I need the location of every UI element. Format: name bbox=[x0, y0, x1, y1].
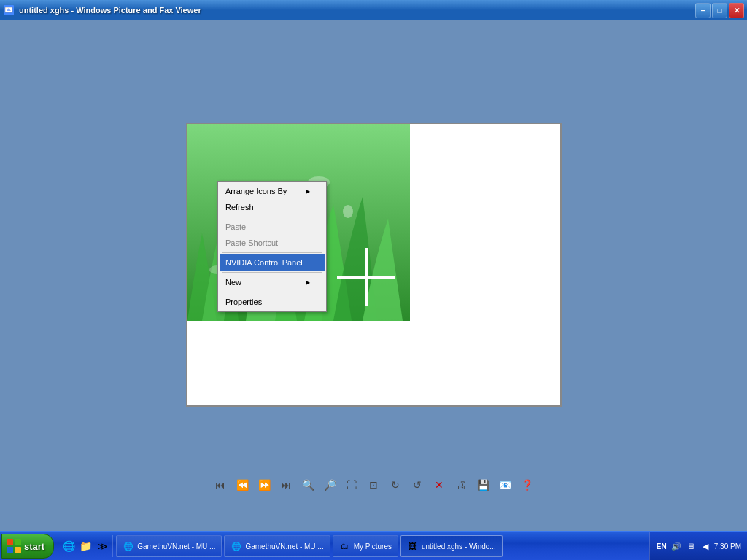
submenu-arrow-new: ▶ bbox=[306, 279, 310, 286]
ql-icon-3[interactable]: ≫ bbox=[95, 539, 109, 553]
menu-separator-4 bbox=[222, 292, 322, 292]
menu-separator-3 bbox=[222, 272, 322, 273]
submenu-arrow: ▶ bbox=[306, 188, 310, 195]
toolbar-zoomout-btn[interactable]: 🔎 bbox=[320, 475, 339, 494]
minimize-button[interactable]: – bbox=[695, 3, 711, 18]
maximize-button[interactable]: □ bbox=[712, 3, 727, 18]
menu-item-refresh[interactable]: Refresh bbox=[220, 199, 325, 215]
windows-flag-icon bbox=[7, 539, 21, 553]
quick-launch: 🌐 📁 ≫ bbox=[58, 535, 113, 557]
taskbar-item-gamethu1[interactable]: 🌐 GamethuVN.net - MU ... bbox=[116, 535, 222, 557]
toolbar-save-btn[interactable]: 💾 bbox=[473, 475, 492, 494]
menu-separator-2 bbox=[222, 252, 322, 253]
system-tray: EN 🔊 🖥 ◀ 7:30 PM bbox=[649, 532, 747, 560]
title-bar: untitled xghs - Windows Picture and Fax … bbox=[0, 0, 747, 20]
taskbar-items: 🌐 GamethuVN.net - MU ... 🌐 GamethuVN.net… bbox=[113, 535, 649, 557]
toolbar-next-btn[interactable]: ⏩ bbox=[255, 475, 274, 494]
viewer-toolbar: ⏮ ⏪ ⏩ ⏭ 🔍 🔎 ⛶ ⊡ ↻ ↺ ✕ 🖨 💾 📧 ❓ bbox=[0, 475, 747, 494]
app-icon bbox=[3, 4, 15, 16]
close-button[interactable]: ✕ bbox=[729, 3, 744, 18]
taskbar-item-gamethu2[interactable]: 🌐 GamethuVN.net - MU ... bbox=[224, 535, 330, 557]
toolbar-email-btn[interactable]: 📧 bbox=[495, 475, 514, 494]
tray-network-icon[interactable]: 🖥 bbox=[685, 540, 697, 552]
toolbar-end-btn[interactable]: ⏭ bbox=[276, 475, 295, 494]
menu-item-new[interactable]: New ▶ bbox=[220, 274, 325, 290]
taskbar: start 🌐 📁 ≫ 🌐 GamethuVN.net - MU ... 🌐 G… bbox=[0, 531, 747, 560]
toolbar-actual-btn[interactable]: ⊡ bbox=[364, 475, 383, 494]
window-title: untitled xghs - Windows Picture and Fax … bbox=[19, 6, 201, 15]
toolbar-rotatecw-btn[interactable]: ↻ bbox=[386, 475, 405, 494]
toolbar-prev-btn[interactable]: ⏪ bbox=[233, 475, 252, 494]
taskbar-item-label-3: My Pictures bbox=[354, 542, 392, 551]
taskbar-item-label-1: GamethuVN.net - MU ... bbox=[137, 542, 215, 551]
desktop: Arrange Icons By ▶ Refresh Paste Paste S… bbox=[0, 20, 747, 531]
taskbar-item-mypictures[interactable]: 🗂 My Pictures bbox=[333, 535, 398, 557]
windows-logo bbox=[337, 248, 395, 306]
ql-icon-1[interactable]: 🌐 bbox=[61, 539, 76, 553]
taskbar-item-icon-4: 🖼 bbox=[407, 540, 419, 552]
tray-lang[interactable]: EN bbox=[656, 540, 667, 552]
tray-clock[interactable]: 7:30 PM bbox=[714, 542, 741, 551]
menu-item-paste[interactable]: Paste bbox=[220, 219, 325, 235]
toolbar-delete-btn[interactable]: ✕ bbox=[430, 475, 449, 494]
menu-item-arrange[interactable]: Arrange Icons By ▶ bbox=[220, 183, 325, 199]
tray-speaker-icon[interactable]: 🔊 bbox=[670, 540, 682, 552]
menu-item-properties[interactable]: Properties bbox=[220, 294, 325, 310]
tray-chevron[interactable]: ◀ bbox=[700, 540, 711, 552]
taskbar-item-label-2: GamethuVN.net - MU ... bbox=[245, 542, 323, 551]
menu-separator-1 bbox=[222, 217, 322, 217]
taskbar-item-icon-1: 🌐 bbox=[123, 540, 134, 552]
toolbar-help-btn[interactable]: ❓ bbox=[517, 475, 536, 494]
taskbar-item-viewer[interactable]: 🖼 untitled xghs - Windo... bbox=[400, 535, 503, 557]
toolbar-print-btn[interactable]: 🖨 bbox=[452, 475, 471, 494]
title-bar-controls: – □ ✕ bbox=[695, 3, 744, 18]
toolbar-fit-btn[interactable]: ⛶ bbox=[342, 475, 361, 494]
menu-item-paste-shortcut[interactable]: Paste Shortcut bbox=[220, 235, 325, 251]
toolbar-rotateccw-btn[interactable]: ↺ bbox=[408, 475, 427, 494]
toolbar-first-btn[interactable]: ⏮ bbox=[211, 475, 230, 494]
menu-item-nvidia[interactable]: NVIDIA Control Panel bbox=[220, 254, 325, 271]
ql-icon-2[interactable]: 📁 bbox=[78, 539, 93, 553]
taskbar-item-icon-2: 🌐 bbox=[231, 540, 242, 552]
taskbar-item-icon-3: 🗂 bbox=[339, 540, 351, 552]
start-label: start bbox=[24, 541, 44, 552]
context-menu: Arrange Icons By ▶ Refresh Paste Paste S… bbox=[217, 181, 327, 312]
start-button[interactable]: start bbox=[1, 534, 54, 559]
taskbar-item-label-4: untitled xghs - Windo... bbox=[422, 542, 496, 551]
svg-point-8 bbox=[343, 205, 353, 218]
toolbar-zoomin-btn[interactable]: 🔍 bbox=[298, 475, 317, 494]
